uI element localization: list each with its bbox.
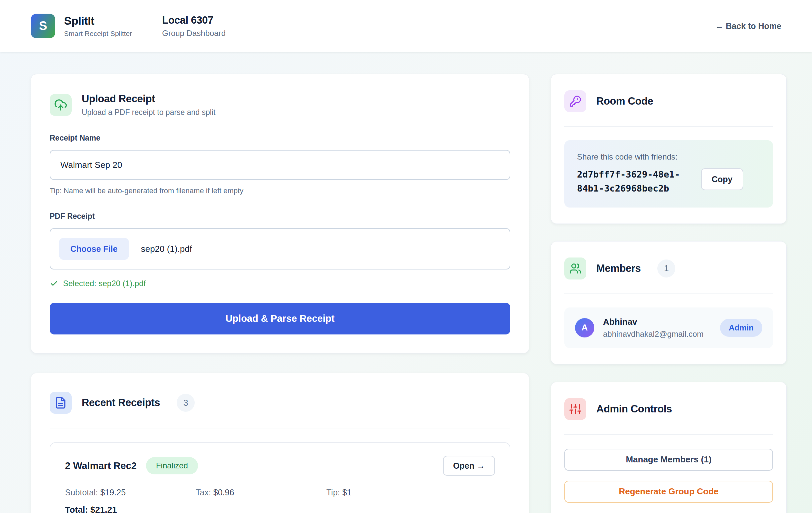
admin-icon-tile xyxy=(564,398,586,420)
manage-members-button[interactable]: Manage Members (1) xyxy=(564,449,773,471)
upload-card-subtitle: Upload a PDF receipt to parse and split xyxy=(82,108,215,117)
receipt-tip: Tip: $1 xyxy=(326,488,457,497)
file-input-box: Choose File sep20 (1).pdf xyxy=(50,228,510,270)
tax-label: Tax: xyxy=(196,488,211,497)
member-row: A Abhinav abhinavdhakal2@gmail.com Admin xyxy=(564,307,773,348)
recent-receipts-card: Recent Receipts 3 2 Walmart Rec2 Finaliz… xyxy=(31,373,529,513)
upload-card-header: Upload Receipt Upload a PDF receipt to p… xyxy=(50,93,510,117)
app-tagline: Smart Receipt Splitter xyxy=(64,30,132,38)
receipt-total-row: Total: $21.21 xyxy=(65,505,495,513)
receipt-item: 2 Walmart Rec2 Finalized Open → Subtotal… xyxy=(50,442,510,513)
brand-text: SplitIt Smart Receipt Splitter xyxy=(64,14,132,38)
avatar-initial: A xyxy=(582,323,588,333)
key-icon xyxy=(569,95,581,107)
admin-header: Admin Controls xyxy=(564,398,773,420)
copy-code-button[interactable]: Copy xyxy=(701,168,743,190)
admin-divider xyxy=(564,434,773,435)
logo-letter: S xyxy=(39,19,47,33)
upload-receipt-card: Upload Receipt Upload a PDF receipt to p… xyxy=(31,74,529,354)
selected-file-name: sep20 (1).pdf xyxy=(141,244,192,254)
room-code-title: Room Code xyxy=(596,95,653,107)
room-code-row: 2d7bff7f-3629-48e1-84b1-3c26968bec2b Cop… xyxy=(577,168,760,195)
receipt-list: 2 Walmart Rec2 Finalized Open → Subtotal… xyxy=(50,442,510,513)
members-icon-tile xyxy=(564,258,586,279)
subtotal-value: $19.25 xyxy=(100,488,126,497)
check-icon xyxy=(50,279,58,288)
selected-file-row: Selected: sep20 (1).pdf xyxy=(50,279,510,288)
receipt-tax: Tax: $0.96 xyxy=(196,488,326,497)
room-code-icon-tile xyxy=(564,90,586,112)
member-name: Abhinav xyxy=(603,317,704,327)
room-code-divider xyxy=(564,126,773,127)
right-column: Room Code Share this code with friends: … xyxy=(551,74,787,513)
admin-controls-card: Admin Controls Manage Members (1) Regene… xyxy=(551,382,787,513)
room-code-card: Room Code Share this code with friends: … xyxy=(551,74,787,224)
app-header: S SplitIt Smart Receipt Splitter Local 6… xyxy=(0,0,812,52)
receipt-item-name: 2 Walmart Rec2 xyxy=(65,460,137,471)
choose-file-button[interactable]: Choose File xyxy=(59,238,129,260)
group-name: Local 6307 xyxy=(162,14,226,26)
cloud-upload-icon xyxy=(54,98,67,112)
upload-parse-button[interactable]: Upload & Parse Receipt xyxy=(50,303,510,334)
room-code-header: Room Code xyxy=(564,90,773,112)
main-content: Upload Receipt Upload a PDF receipt to p… xyxy=(0,52,812,513)
document-icon xyxy=(54,396,67,409)
receipt-stats-row: Subtotal: $19.25 Tax: $0.96 Tip: $1 xyxy=(65,488,495,497)
members-divider xyxy=(564,294,773,294)
members-header: Members 1 xyxy=(564,258,773,279)
app-name: SplitIt xyxy=(64,14,132,27)
app-logo: S xyxy=(31,14,55,38)
upload-icon-tile xyxy=(50,94,72,116)
header-divider xyxy=(147,13,147,39)
member-identity: Abhinav abhinavdhakal2@gmail.com xyxy=(603,317,704,339)
open-receipt-button[interactable]: Open → xyxy=(443,456,495,476)
users-icon xyxy=(569,263,581,274)
receipts-card-header: Recent Receipts 3 xyxy=(50,392,510,414)
admin-title: Admin Controls xyxy=(596,403,672,415)
total-label: Total: xyxy=(65,505,88,513)
left-column: Upload Receipt Upload a PDF receipt to p… xyxy=(31,74,529,513)
back-to-home-link[interactable]: ← Back to Home xyxy=(715,21,781,31)
tax-value: $0.96 xyxy=(213,488,234,497)
receipts-count-badge: 3 xyxy=(177,394,195,412)
selected-file-text: Selected: sep20 (1).pdf xyxy=(63,279,146,288)
total-value: $21.21 xyxy=(90,505,117,513)
upload-card-title: Upload Receipt xyxy=(82,93,215,105)
tip-label: Tip: xyxy=(326,488,340,497)
subtotal-label: Subtotal: xyxy=(65,488,98,497)
avatar: A xyxy=(575,318,594,337)
receipt-item-top: 2 Walmart Rec2 Finalized Open → xyxy=(65,456,495,476)
room-code-value: 2d7bff7f-3629-48e1-84b1-3c26968bec2b xyxy=(577,168,694,195)
member-email: abhinavdhakal2@gmail.com xyxy=(603,329,704,339)
members-count-badge: 1 xyxy=(657,260,675,277)
upload-card-titles: Upload Receipt Upload a PDF receipt to p… xyxy=(82,93,215,117)
group-heading: Local 6307 Group Dashboard xyxy=(162,14,226,38)
receipt-name-label: Receipt Name xyxy=(50,133,510,143)
group-subtitle: Group Dashboard xyxy=(162,29,226,38)
member-role-badge: Admin xyxy=(720,319,762,337)
receipts-divider xyxy=(50,428,510,428)
sliders-icon xyxy=(569,403,581,415)
receipt-status-badge: Finalized xyxy=(146,457,198,474)
share-code-label: Share this code with friends: xyxy=(577,152,760,161)
pdf-receipt-label: PDF Receipt xyxy=(50,212,510,221)
room-code-box: Share this code with friends: 2d7bff7f-3… xyxy=(564,140,773,208)
receipts-icon-tile xyxy=(50,392,72,414)
tip-value: $1 xyxy=(342,488,352,497)
members-card: Members 1 A Abhinav abhinavdhakal2@gmail… xyxy=(551,241,787,364)
members-title: Members xyxy=(596,263,641,274)
receipt-name-input[interactable] xyxy=(50,150,510,180)
receipt-name-tip: Tip: Name will be auto-generated from fi… xyxy=(50,186,510,195)
receipts-card-title: Recent Receipts xyxy=(82,397,160,409)
receipt-subtotal: Subtotal: $19.25 xyxy=(65,488,196,497)
regenerate-code-button[interactable]: Regenerate Group Code xyxy=(564,481,773,503)
